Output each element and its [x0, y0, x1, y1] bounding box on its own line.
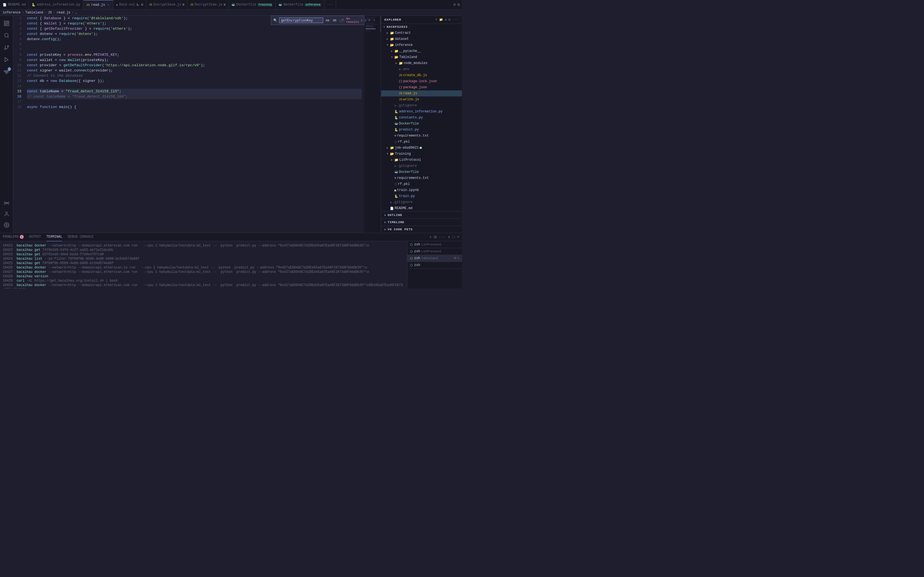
terminal-main: 10421 bacalhau docker --network=http --d… — [0, 241, 407, 288]
tree-readjs[interactable]: ▶ JS read.js — [381, 90, 462, 97]
search-prev[interactable]: ∧ — [360, 18, 363, 23]
terminal-options-icon[interactable]: ··· — [439, 235, 446, 239]
extensions-icon[interactable]: 10 — [1, 66, 12, 77]
tree-constants[interactable]: ▶ 🐍 constants.py — [381, 114, 462, 121]
code-content[interactable]: 12345 678910 1112131415 161718 const { D… — [13, 16, 364, 233]
tree-litprotocol[interactable]: ▶ 📁 LitProtocol — [381, 157, 462, 163]
breadcrumb-more[interactable]: … — [75, 11, 77, 15]
split-icon[interactable]: ⧉ — [457, 3, 460, 7]
shell-zsh2[interactable]: ⬡ zsh LitProtocol — [407, 248, 462, 255]
tab-docker1[interactable]: 🐳 Dockerfile Training — [229, 0, 276, 10]
breadcrumb-js[interactable]: JS — [48, 11, 52, 15]
pl-label: package-lock.json — [403, 79, 437, 83]
tree-trainipynb[interactable]: ▶ ▣ train.ipynb — [381, 187, 462, 193]
code-lines[interactable]: const { Database } = require('@tableland… — [24, 16, 364, 233]
tab-readme[interactable]: 📄 README.md — [0, 0, 29, 10]
refresh-icon[interactable]: ↺ — [445, 18, 447, 21]
close-shell-icon[interactable]: × — [457, 256, 459, 260]
account-icon[interactable] — [1, 208, 12, 219]
close-panel-icon[interactable]: × — [457, 235, 459, 239]
minimize-panel-icon[interactable]: ∧ — [448, 235, 450, 239]
breadcrumb-readjs[interactable]: read.js — [57, 11, 70, 15]
tree-dockerfile2[interactable]: ▶ 🐳 Dockerfile — [381, 169, 462, 175]
tree-dataset[interactable]: ▶ 📁 dataset — [381, 36, 462, 42]
tab-docker2[interactable]: 🐳 Dockerfile inference — [276, 0, 324, 10]
debug-icon[interactable] — [1, 54, 12, 65]
tree-trainpy[interactable]: ▶ 🐍 train.py — [381, 193, 462, 199]
search-icon[interactable] — [1, 30, 12, 41]
breadcrumb-inference[interactable]: inference — [3, 11, 21, 15]
tree-reqs1[interactable]: ▶ ≡ requirements.txt — [381, 133, 462, 139]
shell-zsh1[interactable]: ⬡ zsh LitProtocol — [407, 241, 462, 248]
tree-gitignore1[interactable]: ▶ ⊙ .gitignore — [381, 103, 462, 108]
match-case-tag[interactable]: Aa — [325, 19, 330, 22]
tab-encrypt[interactable]: JS EncryptSave.js U — [146, 0, 187, 10]
close-icon[interactable]: × — [107, 3, 110, 6]
tree-job[interactable]: ▶ 📁 job-eba89021 — [381, 145, 462, 151]
tree-rfpkl2[interactable]: ▶ ⬡ rf.pkl — [381, 181, 462, 187]
tree-pycache[interactable]: ▶ 📁 __pycache__ — [381, 48, 462, 54]
new-folder-icon[interactable]: 📁 — [439, 18, 443, 21]
tree-contract[interactable]: ▶ 📁 Contract — [381, 30, 462, 36]
zsh4-name: zsh — [414, 263, 420, 267]
tab-output[interactable]: OUTPUT — [29, 233, 41, 241]
breadcrumb-tableland[interactable]: Tableland — [25, 11, 43, 15]
tree-writejs[interactable]: ▶ JS write.js — [381, 97, 462, 103]
tree-createdb[interactable]: ▶ JS create_db.js — [381, 72, 462, 78]
tree-packagejson[interactable]: ▶ {} package.json — [381, 84, 462, 90]
regex-tag[interactable]: .* — [339, 19, 344, 22]
search-close-btn[interactable]: × — [373, 18, 375, 23]
tab-more[interactable]: ··· — [324, 0, 336, 10]
tree-tableland[interactable]: ▼ 📂 Tableland — [381, 54, 462, 60]
tree-env[interactable]: ▶ ⚙ .env — [381, 66, 462, 72]
search-next[interactable]: ∨ — [364, 18, 367, 23]
more-options-icon[interactable]: ··· — [452, 18, 459, 21]
maximize-panel-icon[interactable]: □ — [452, 235, 455, 239]
js-icon-write: JS — [399, 98, 402, 101]
add-terminal-icon[interactable]: + — [429, 235, 431, 239]
tree-packagelock[interactable]: ▶ {} package-lock.json — [381, 78, 462, 84]
settings-icon[interactable] — [1, 219, 12, 230]
tab-address[interactable]: 🐍 address_information.py — [29, 0, 83, 10]
tree-inference[interactable]: ▼ 📂 inference — [381, 42, 462, 48]
tag-inference: inference — [305, 3, 321, 6]
split-terminal-icon[interactable]: ⧉ — [434, 235, 437, 239]
shell-zsh3[interactable]: ⬡ zsh Tableland ⧉ × — [407, 255, 462, 262]
tab-readjs[interactable]: JS read.js × — [83, 0, 113, 10]
shell-zsh4[interactable]: ⬡ zsh — [407, 262, 462, 269]
tree-root[interactable]: ▼ HACKFS2023 — [381, 24, 462, 30]
whole-word-tag[interactable]: ab — [332, 19, 338, 22]
tab-decrypt[interactable]: JS DecryptView.js U — [187, 0, 229, 10]
tab-dace[interactable]: ◆ Dace.sol 1, U — [113, 0, 146, 10]
search-options[interactable]: ≡ — [368, 18, 370, 23]
timeline-section[interactable]: ▶ TIMELINE — [381, 218, 462, 226]
tree-address-py[interactable]: ▶ 🐍 address_information.py — [381, 108, 462, 114]
search-input[interactable] — [279, 18, 323, 23]
tree-reqs2[interactable]: ▶ ≡ requirements.txt — [381, 175, 462, 181]
env-icon: ⚙ — [399, 68, 401, 71]
js-icon2: JS — [149, 3, 152, 6]
layout-icon[interactable]: ⊞ — [454, 2, 456, 7]
tree-gitignore2[interactable]: ▶ ⊙ .gitignore — [381, 163, 462, 169]
terminal-content[interactable]: 10421 bacalhau docker --network=http --d… — [0, 241, 407, 288]
tree-dockerfile1[interactable]: ▶ 🐳 Dockerfile — [381, 121, 462, 127]
explorer-label: EXPLORER — [384, 18, 435, 21]
scm-icon[interactable] — [1, 42, 12, 53]
tab-terminal[interactable]: TERMINAL — [47, 233, 62, 241]
explorer-icon[interactable] — [1, 18, 12, 29]
remote-icon[interactable] — [1, 198, 12, 208]
tree-node-modules[interactable]: ▶ 📁 node_modules — [381, 60, 462, 66]
outline-section[interactable]: ▶ OUTLINE — [381, 211, 462, 218]
collapse-icon[interactable]: ⊟ — [449, 18, 451, 21]
tab-debug-console[interactable]: DEBUG CONSOLE — [68, 233, 94, 241]
vscode-pets-section[interactable]: ▶ VS CODE PETS — [381, 226, 462, 233]
tree-training[interactable]: ▼ 📂 Training — [381, 151, 462, 157]
tree-readme[interactable]: ▶ 📄 README.md — [381, 205, 462, 211]
split-shell-icon[interactable]: ⧉ — [454, 256, 456, 260]
tree-rfpkl1[interactable]: ▶ ⬡ rf.pkl — [381, 139, 462, 145]
tree-gitignore3[interactable]: ▶ ⊙ .gitignore — [381, 199, 462, 205]
new-file-icon[interactable]: + — [435, 18, 438, 21]
tab-problems[interactable]: PROBLEMS 1 — [3, 233, 24, 241]
tree-predictpy[interactable]: ▶ 🐍 predict.py — [381, 127, 462, 133]
term-line-10422: 10422 bacalhau get 7479b3d9-54fd-4c27-aa… — [3, 248, 404, 252]
